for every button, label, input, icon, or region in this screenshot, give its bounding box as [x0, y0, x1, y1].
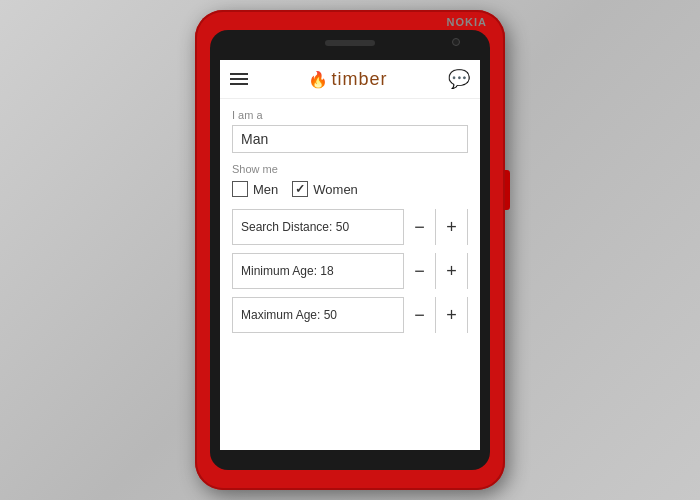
minimum-age-label: Minimum Age: 18	[233, 264, 403, 278]
men-checkbox-item[interactable]: Men	[232, 181, 278, 197]
search-distance-label: Search Distance: 50	[233, 220, 403, 234]
women-checkbox-item[interactable]: ✓ Women	[292, 181, 358, 197]
flame-icon: 🔥	[308, 70, 328, 89]
minimum-age-minus[interactable]: −	[403, 253, 435, 289]
maximum-age-label: Maximum Age: 50	[233, 308, 403, 322]
minimum-age-plus[interactable]: +	[435, 253, 467, 289]
phone-outer: NOKIA 🔥 timber 💬	[195, 10, 505, 490]
search-distance-plus[interactable]: +	[435, 209, 467, 245]
logo-text: timber	[331, 69, 387, 90]
checkbox-row: Men ✓ Women	[232, 181, 468, 197]
showme-label: Show me	[232, 163, 468, 175]
iam-label: I am a	[232, 109, 468, 121]
camera	[452, 38, 460, 46]
app-content: I am a Man Show me Men ✓ Women	[220, 99, 480, 351]
search-distance-minus[interactable]: −	[403, 209, 435, 245]
minimum-age-stepper: Minimum Age: 18 − +	[232, 253, 468, 289]
hamburger-line1	[230, 73, 248, 75]
app-logo: 🔥 timber	[308, 69, 387, 90]
hamburger-line2	[230, 78, 248, 80]
app-header: 🔥 timber 💬	[220, 60, 480, 99]
chat-icon[interactable]: 💬	[448, 68, 470, 90]
maximum-age-minus[interactable]: −	[403, 297, 435, 333]
search-distance-stepper: Search Distance: 50 − +	[232, 209, 468, 245]
checkmark-icon: ✓	[295, 182, 305, 196]
maximum-age-plus[interactable]: +	[435, 297, 467, 333]
phone-inner: 🔥 timber 💬 I am a Man Show me Men	[210, 30, 490, 470]
nokia-brand: NOKIA	[447, 16, 487, 28]
screen: 🔥 timber 💬 I am a Man Show me Men	[220, 60, 480, 450]
women-label: Women	[313, 182, 358, 197]
hamburger-line3	[230, 83, 248, 85]
maximum-age-stepper: Maximum Age: 50 − +	[232, 297, 468, 333]
men-checkbox-box[interactable]	[232, 181, 248, 197]
women-checkbox-box[interactable]: ✓	[292, 181, 308, 197]
speaker	[325, 40, 375, 46]
side-button[interactable]	[505, 170, 510, 210]
menu-icon[interactable]	[230, 73, 248, 85]
iam-input[interactable]: Man	[232, 125, 468, 153]
men-label: Men	[253, 182, 278, 197]
